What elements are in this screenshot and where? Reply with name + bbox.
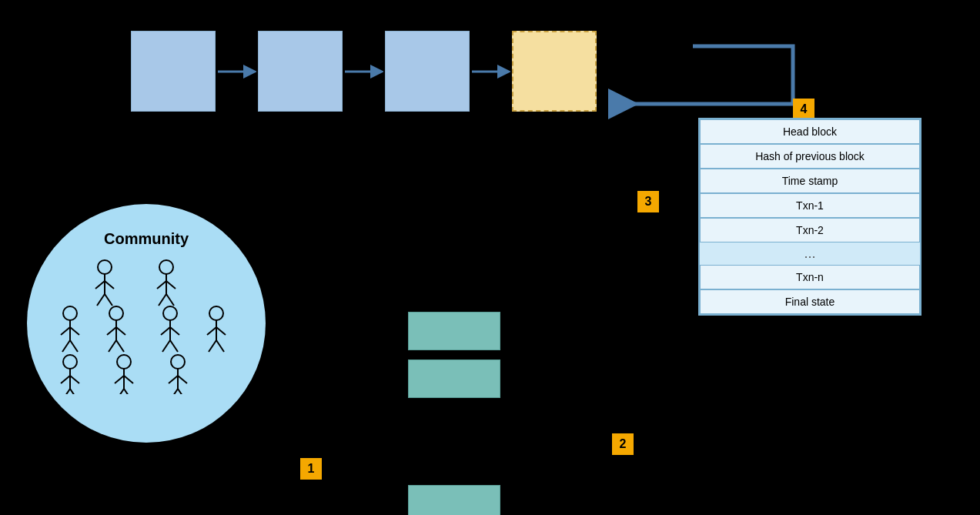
- svg-line-34: [170, 327, 179, 335]
- block-panel-txn2: Txn-2: [700, 218, 920, 242]
- block-panel-timestamp: Time stamp: [700, 169, 920, 193]
- blockchain-block-2: [258, 31, 343, 112]
- svg-line-42: [216, 340, 224, 352]
- badge-4: 4: [793, 99, 814, 120]
- svg-line-9: [95, 281, 105, 289]
- svg-line-53: [116, 389, 124, 394]
- badge-3: 3: [637, 191, 659, 212]
- svg-line-15: [157, 281, 166, 289]
- badge-1: 1: [300, 458, 322, 480]
- blockchain-block-1: [131, 31, 216, 112]
- svg-line-35: [162, 340, 170, 352]
- svg-line-10: [105, 281, 114, 289]
- svg-line-23: [62, 340, 70, 352]
- svg-line-16: [166, 281, 176, 289]
- block-panel-final: Final state: [700, 289, 920, 314]
- svg-line-48: [70, 389, 78, 394]
- svg-point-55: [171, 355, 185, 369]
- badge-2: 2: [612, 433, 634, 455]
- svg-line-41: [209, 340, 216, 352]
- svg-point-43: [63, 355, 77, 369]
- block-panel: Head block Hash of previous block Time s…: [698, 118, 921, 316]
- community-figures: [46, 256, 246, 394]
- svg-line-40: [216, 327, 226, 335]
- svg-line-17: [159, 294, 166, 306]
- block-panel-hash: Hash of previous block: [700, 144, 920, 169]
- svg-line-57: [169, 376, 178, 383]
- svg-line-36: [170, 340, 178, 352]
- svg-line-60: [178, 389, 186, 394]
- svg-line-29: [109, 340, 116, 352]
- svg-line-22: [70, 327, 79, 335]
- svg-line-21: [61, 327, 70, 335]
- block-panel-txnn: Txn-n: [700, 265, 920, 289]
- svg-line-59: [170, 389, 178, 394]
- svg-point-7: [98, 260, 112, 274]
- svg-line-54: [124, 389, 132, 394]
- svg-line-27: [107, 327, 116, 335]
- svg-line-33: [161, 327, 170, 335]
- block-panel-txn1: Txn-1: [700, 193, 920, 218]
- block-panel-dots: ...: [700, 242, 920, 265]
- svg-line-47: [62, 389, 70, 394]
- svg-line-39: [207, 327, 216, 335]
- svg-line-45: [61, 376, 70, 383]
- svg-line-58: [178, 376, 187, 383]
- teal-block-3: [408, 485, 500, 515]
- svg-point-31: [163, 306, 177, 320]
- community-circle: Community: [27, 204, 266, 443]
- teal-block-2: [408, 359, 500, 398]
- svg-point-25: [109, 306, 123, 320]
- svg-point-19: [63, 306, 77, 320]
- svg-line-51: [115, 376, 124, 383]
- community-label: Community: [104, 230, 189, 248]
- svg-line-28: [116, 327, 125, 335]
- svg-line-30: [116, 340, 124, 352]
- svg-point-49: [117, 355, 131, 369]
- svg-point-13: [159, 260, 173, 274]
- blockchain-block-3: [385, 31, 470, 112]
- svg-line-18: [166, 294, 174, 306]
- svg-line-24: [70, 340, 78, 352]
- svg-line-52: [124, 376, 133, 383]
- svg-line-12: [105, 294, 112, 306]
- blockchain-row: [131, 31, 597, 112]
- svg-line-46: [70, 376, 79, 383]
- svg-line-11: [97, 294, 105, 306]
- back-arrow: [539, 31, 831, 123]
- svg-point-37: [209, 306, 223, 320]
- block-panel-head: Head block: [700, 119, 920, 144]
- teal-block-1: [408, 312, 500, 350]
